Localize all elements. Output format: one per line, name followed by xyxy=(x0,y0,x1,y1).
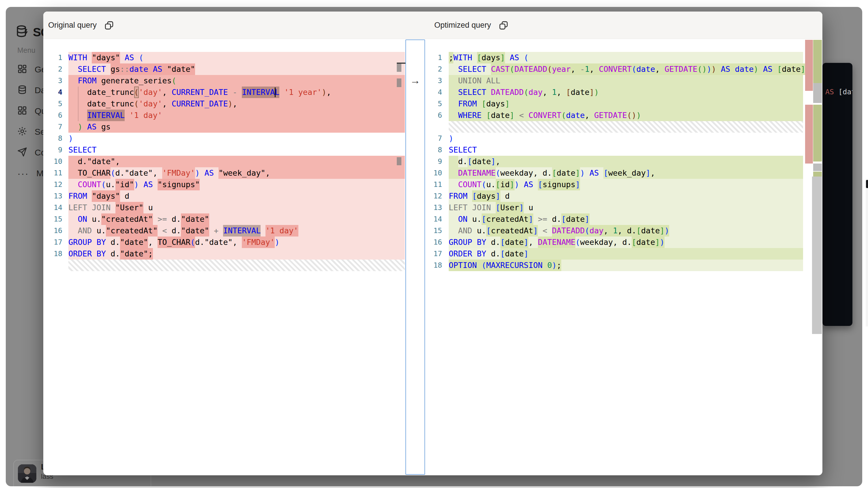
line-number: 1 xyxy=(43,52,62,63)
optimized-query-editor[interactable]: 1;WITH [days] AS (2 SELECT CAST(DATEADD(… xyxy=(427,51,823,475)
code-line[interactable]: LEFT JOIN [User] u xyxy=(449,202,803,214)
code-text: COUNT(u."id") AS "signups" xyxy=(68,180,200,189)
code-text: ON u.[createdAt] >= d.[date] xyxy=(449,215,590,224)
code-line[interactable]: SELECT CAST(DATEADD(year, -1, CONVERT(da… xyxy=(449,63,803,75)
code-text: COUNT(u.[id]) AS [signups] xyxy=(449,180,580,189)
code-line[interactable]: ) AS gs xyxy=(68,121,405,133)
code-text: LEFT JOIN "User" u xyxy=(68,203,153,212)
apply-change-arrow[interactable]: → xyxy=(405,74,425,87)
code-line[interactable]: SELECT gs::date AS "date" xyxy=(68,63,405,75)
diff-filler xyxy=(449,121,803,133)
line-number: 9 xyxy=(427,156,442,167)
diff-ruler-insertion-mark xyxy=(813,40,822,83)
ellipsis-icon: ··· xyxy=(17,168,29,179)
line-number: 3 xyxy=(43,75,62,87)
original-query-editor[interactable]: 1WITH "days" AS (2 SELECT gs::date AS "d… xyxy=(43,51,405,475)
code-line[interactable]: GROUP BY d.[date], DATENAME(weekday, d.[… xyxy=(449,236,803,248)
overview-ruler-mark xyxy=(397,157,401,165)
code-line[interactable]: date_trunc('day', CURRENT_DATE - INTERVA… xyxy=(68,87,405,98)
code-line[interactable]: INTERVAL '1 day' xyxy=(68,109,405,121)
modal-header: Original query Optimized query xyxy=(43,11,823,39)
line-number: 14 xyxy=(427,214,442,225)
diff-ruler-insertion-mark xyxy=(813,172,822,176)
code-line[interactable]: TO_CHAR(d."date", 'FMDay') AS "week_day"… xyxy=(68,167,405,179)
background-code-identifier: [dat xyxy=(838,88,852,96)
grid-icon xyxy=(17,105,27,117)
code-line[interactable]: WHERE [date] < CONVERT(date, GETDATE()) xyxy=(449,109,803,121)
diff-ruler-insertion-mark xyxy=(813,105,822,162)
code-text: FROM "days" d xyxy=(68,192,129,200)
line-number: 3 xyxy=(427,75,442,87)
line-number: 11 xyxy=(43,167,62,179)
screen-edge-window xyxy=(866,179,868,326)
code-line[interactable]: ;WITH [days] AS ( xyxy=(449,52,803,63)
diff-ruler-deletion-mark xyxy=(805,105,813,164)
code-text: ;WITH [days] AS ( xyxy=(449,53,528,62)
code-text: UNION ALL xyxy=(449,76,500,85)
code-line[interactable]: OPTION (MAXRECURSION 0); xyxy=(449,260,803,271)
code-text: SELECT DATEADD(day, 1, [date]) xyxy=(449,88,599,97)
code-line[interactable]: LEFT JOIN "User" u xyxy=(68,202,405,214)
code-line[interactable]: ON u."createdAt" >= d."date" xyxy=(68,214,405,225)
copy-original-button[interactable] xyxy=(104,21,114,30)
code-text: DATENAME(weekday, d.[date]) AS [week_day… xyxy=(449,168,655,177)
line-number: 5 xyxy=(43,98,62,109)
line-number: 8 xyxy=(43,133,62,144)
code-line[interactable]: COUNT(u."id") AS "signups" xyxy=(68,179,405,190)
code-line[interactable]: FROM "days" d xyxy=(68,190,405,202)
code-text: FROM [days] xyxy=(449,99,509,108)
code-line[interactable]: SELECT DATEADD(day, 1, [date]) xyxy=(449,87,803,98)
code-line[interactable]: AND u.[createdAt] < DATEADD(day, 1, d.[d… xyxy=(449,225,803,236)
line-number: 13 xyxy=(43,190,62,202)
code-line[interactable]: WITH "days" AS ( xyxy=(68,52,405,63)
scrollbar-track[interactable] xyxy=(812,176,822,334)
code-line[interactable]: ) xyxy=(449,133,803,144)
diff-splitter-sash[interactable] xyxy=(405,39,425,475)
code-line[interactable]: GROUP BY d."date", TO_CHAR(d."date", 'FM… xyxy=(68,236,405,248)
line-number: 1 xyxy=(427,52,442,63)
copy-optimized-button[interactable] xyxy=(499,21,508,30)
line-number: 8 xyxy=(427,144,442,156)
optimized-header: Optimized query xyxy=(434,11,508,39)
code-line[interactable]: FROM [days] d xyxy=(449,190,803,202)
line-number: 9 xyxy=(43,144,62,156)
gear-icon xyxy=(17,126,27,137)
scrollbar-thumb[interactable] xyxy=(813,83,822,103)
code-text: SELECT CAST(DATEADD(year, -1, CONVERT(da… xyxy=(449,65,805,73)
code-line[interactable]: DATENAME(weekday, d.[date]) AS [week_day… xyxy=(449,167,803,179)
diff-filler xyxy=(68,260,405,271)
code-text: SELECT xyxy=(449,145,477,154)
line-number: 14 xyxy=(43,202,62,214)
code-line[interactable]: date_trunc('day', CURRENT_DATE), xyxy=(68,98,405,109)
code-line[interactable]: ORDER BY d.[date] xyxy=(449,248,803,260)
code-text: GROUP BY d."date", TO_CHAR(d."date", 'FM… xyxy=(68,238,280,247)
code-line[interactable]: FROM generate_series( xyxy=(68,75,405,87)
background-code-keyword: AS xyxy=(825,88,834,96)
code-line[interactable]: SELECT xyxy=(449,144,803,156)
code-line[interactable]: FROM [days] xyxy=(449,98,803,109)
line-number: 4 xyxy=(427,87,442,98)
line-number: 5 xyxy=(427,98,442,109)
background-editor-panel: AS [dat xyxy=(823,63,852,326)
code-text: AND u.[createdAt] < DATEADD(day, 1, d.[d… xyxy=(449,226,669,235)
database-bolt-icon xyxy=(16,25,29,40)
code-line[interactable]: ORDER BY d."date"; xyxy=(68,248,405,260)
code-text: ORDER BY d."date"; xyxy=(68,249,153,258)
code-line[interactable]: d."date", xyxy=(68,156,405,167)
code-text: date_trunc('day', CURRENT_DATE - INTERVA… xyxy=(68,88,331,97)
code-line[interactable]: UNION ALL xyxy=(449,75,803,87)
code-line[interactable]: AND u."createdAt" < d."date" + INTERVAL … xyxy=(68,225,405,236)
code-line[interactable]: SELECT xyxy=(68,144,405,156)
line-number: 18 xyxy=(43,248,62,260)
overview-ruler-mark xyxy=(397,64,401,72)
line-number: 10 xyxy=(427,167,442,179)
code-line[interactable]: ) xyxy=(68,133,405,144)
avatar xyxy=(18,464,36,483)
code-line[interactable]: COUNT(u.[id]) AS [signups] xyxy=(449,179,803,190)
code-line[interactable]: ON u.[createdAt] >= d.[date] xyxy=(449,214,803,225)
scrollbar-thumb[interactable] xyxy=(813,164,822,171)
code-line[interactable]: d.[date], xyxy=(449,156,803,167)
database-icon xyxy=(17,85,27,96)
code-text: d."date", xyxy=(68,157,120,166)
menu-section-label: Menu xyxy=(17,46,35,55)
